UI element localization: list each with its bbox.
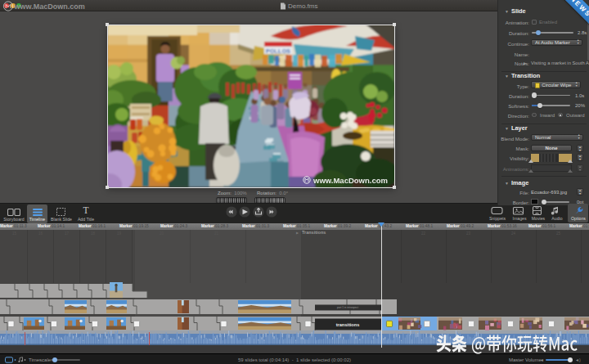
svg-text:transitions: transitions [336,322,360,327]
svg-text:part 1 in introspect: part 1 in introspect [337,306,358,309]
